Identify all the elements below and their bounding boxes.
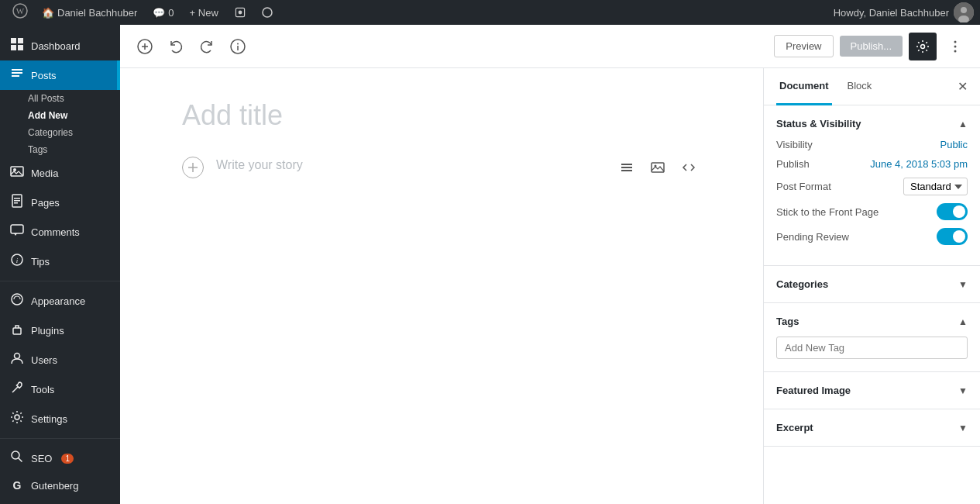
svg-point-31 bbox=[237, 43, 239, 44]
sidebar-item-posts[interactable]: Posts bbox=[0, 60, 120, 90]
seo-icon bbox=[9, 450, 25, 467]
svg-point-33 bbox=[954, 40, 957, 43]
story-toolbar-right bbox=[614, 155, 701, 180]
sidebar-item-tools[interactable]: Tools bbox=[0, 375, 120, 404]
svg-point-4 bbox=[263, 8, 272, 17]
sidebar-sub-tags[interactable]: Tags bbox=[0, 141, 120, 158]
sidebar-item-media[interactable]: Media bbox=[0, 158, 120, 188]
svg-rect-12 bbox=[12, 69, 22, 71]
sidebar-sub-categories[interactable]: Categories bbox=[0, 124, 120, 141]
settings-gear-button[interactable] bbox=[909, 33, 937, 60]
svg-rect-8 bbox=[11, 38, 16, 43]
tab-block[interactable]: Block bbox=[844, 68, 875, 105]
featured-image-header[interactable]: Featured Image ▼ bbox=[776, 385, 968, 396]
post-format-select[interactable]: Standard Aside Gallery Link Image Quote … bbox=[903, 178, 968, 195]
section-status-visibility: Status & Visibility ▲ Visibility Public … bbox=[764, 105, 980, 266]
pending-review-toggle[interactable] bbox=[937, 228, 968, 245]
comments-nav-icon bbox=[9, 223, 25, 240]
add-block-inline-button[interactable] bbox=[182, 157, 204, 178]
excerpt-header[interactable]: Excerpt ▼ bbox=[776, 422, 968, 433]
users-icon bbox=[9, 351, 25, 368]
sidebar-sub-all-posts[interactable]: All Posts bbox=[0, 90, 120, 107]
sidebar-item-seo-label: SEO bbox=[31, 453, 52, 464]
publish-row: Publish June 4, 2018 5:03 pm bbox=[776, 158, 968, 170]
add-block-toolbar-button[interactable] bbox=[132, 34, 157, 59]
featured-image-title: Featured Image bbox=[776, 385, 851, 396]
settings-icon bbox=[9, 410, 25, 427]
tag-input[interactable] bbox=[776, 337, 968, 359]
toolbar-right: Preview Publish... bbox=[774, 33, 968, 60]
comments-icon: 💬 bbox=[153, 7, 165, 19]
sidebar-item-users[interactable]: Users bbox=[0, 345, 120, 375]
svg-rect-25 bbox=[13, 328, 21, 334]
sidebar-item-settings-label: Settings bbox=[31, 413, 67, 425]
svg-point-3 bbox=[238, 11, 242, 15]
admin-bar-circle[interactable] bbox=[254, 0, 280, 25]
writing-area: Write your story bbox=[120, 68, 763, 504]
svg-rect-9 bbox=[18, 38, 23, 43]
post-format-row: Post Format Standard Aside Gallery Link … bbox=[776, 178, 968, 195]
sidebar-item-gutenberg[interactable]: G Gutenberg bbox=[0, 473, 120, 498]
visibility-value[interactable]: Public bbox=[940, 139, 968, 150]
featured-image-chevron-down: ▼ bbox=[958, 385, 968, 396]
section-tags: Tags ▲ bbox=[764, 303, 980, 372]
sidebar-item-seo[interactable]: SEO 1 bbox=[0, 444, 120, 473]
svg-point-35 bbox=[954, 50, 957, 52]
more-options-button[interactable] bbox=[943, 34, 968, 59]
admin-bar-comments[interactable]: 💬 0 bbox=[145, 0, 181, 25]
sidebar-item-dashboard[interactable]: Dashboard bbox=[0, 31, 120, 60]
admin-bar-user[interactable]: Howdy, Daniel Bachhuber bbox=[834, 2, 974, 22]
tags-header[interactable]: Tags ▲ bbox=[776, 316, 968, 327]
admin-bar-site[interactable]: 🏠 Daniel Bachhuber bbox=[34, 0, 145, 25]
editor-body: Write your story bbox=[120, 68, 980, 504]
sidebar-item-appearance[interactable]: Appearance bbox=[0, 286, 120, 316]
sidebar-item-pages[interactable]: Pages bbox=[0, 188, 120, 217]
svg-rect-10 bbox=[11, 45, 16, 50]
svg-point-34 bbox=[954, 45, 957, 47]
sidebar-item-tools-label: Tools bbox=[31, 384, 54, 395]
pending-review-row: Pending Review bbox=[776, 228, 968, 245]
sidebar-sub-add-new[interactable]: Add New bbox=[0, 107, 120, 124]
sidebar-item-plugins-label: Plugins bbox=[31, 325, 64, 337]
sidebar-item-settings[interactable]: Settings bbox=[0, 404, 120, 433]
svg-point-24 bbox=[12, 294, 22, 305]
status-visibility-header[interactable]: Status & Visibility ▲ bbox=[776, 118, 968, 129]
home-icon: 🏠 bbox=[42, 7, 54, 19]
sidebar-close-button[interactable]: ✕ bbox=[958, 79, 968, 94]
categories-header[interactable]: Categories ▼ bbox=[776, 278, 968, 290]
categories-chevron-down: ▼ bbox=[958, 279, 968, 290]
redo-button[interactable] bbox=[194, 34, 219, 59]
story-area: Write your story bbox=[182, 155, 701, 180]
publish-date[interactable]: June 4, 2018 5:03 pm bbox=[870, 158, 968, 170]
admin-bar-new[interactable]: + New bbox=[182, 0, 226, 25]
tab-document[interactable]: Document bbox=[776, 68, 832, 105]
excerpt-chevron-down: ▼ bbox=[958, 423, 968, 433]
preview-button[interactable]: Preview bbox=[774, 35, 833, 57]
section-featured-image: Featured Image ▼ bbox=[764, 372, 980, 409]
tips-icon: i bbox=[9, 253, 25, 270]
visibility-row: Visibility Public bbox=[776, 139, 968, 150]
sidebar-item-comments[interactable]: Comments bbox=[0, 217, 120, 247]
title-input[interactable] bbox=[182, 99, 701, 132]
list-view-button[interactable] bbox=[614, 155, 639, 180]
sidebar-item-plugins[interactable]: Plugins bbox=[0, 316, 120, 345]
seo-badge: 1 bbox=[61, 454, 74, 464]
admin-bar-plugin[interactable] bbox=[226, 0, 254, 25]
svg-point-27 bbox=[15, 415, 19, 419]
user-greeting: Howdy, Daniel Bachhuber bbox=[834, 7, 949, 19]
publish-button[interactable]: Publish... bbox=[840, 36, 903, 57]
svg-point-26 bbox=[15, 354, 20, 359]
gutenberg-icon: G bbox=[9, 479, 25, 492]
wp-logo[interactable]: W bbox=[6, 3, 34, 22]
section-excerpt: Excerpt ▼ bbox=[764, 409, 980, 447]
rs-header: Document Block ✕ bbox=[764, 68, 980, 105]
sidebar-item-tips[interactable]: i Tips bbox=[0, 247, 120, 276]
status-visibility-chevron-up: ▲ bbox=[958, 119, 968, 129]
sidebar-divider bbox=[0, 281, 120, 281]
info-button[interactable] bbox=[225, 34, 250, 59]
image-insert-button[interactable] bbox=[645, 155, 670, 180]
code-button[interactable] bbox=[676, 155, 701, 180]
stick-front-page-toggle[interactable] bbox=[937, 203, 968, 220]
story-placeholder[interactable]: Write your story bbox=[216, 155, 602, 172]
undo-button[interactable] bbox=[163, 34, 188, 59]
